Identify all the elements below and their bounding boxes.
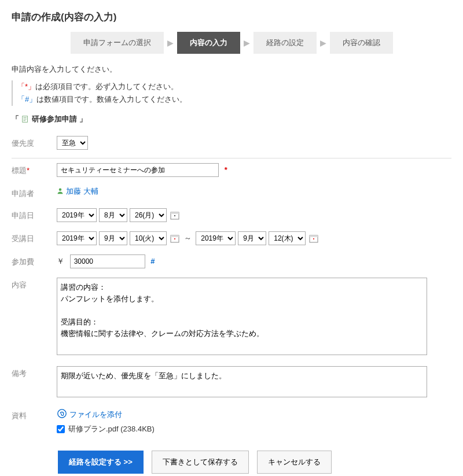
svg-point-1 bbox=[59, 188, 62, 191]
content-textarea[interactable] bbox=[57, 278, 427, 355]
calendar-icon[interactable] bbox=[309, 234, 318, 243]
label-note: 備考 bbox=[12, 366, 49, 379]
file-checkbox[interactable] bbox=[57, 425, 65, 433]
title-input[interactable] bbox=[57, 163, 219, 177]
attend-end-day-select[interactable]: 12(木) bbox=[269, 231, 306, 245]
label-content: 内容 bbox=[12, 278, 49, 290]
attend-end-month-select[interactable]: 9月 bbox=[238, 231, 266, 245]
attend-start-day-select[interactable]: 10(火) bbox=[130, 231, 167, 245]
fee-input[interactable] bbox=[70, 254, 145, 268]
label-attend-date: 受講日 bbox=[12, 231, 49, 244]
row-content: 内容 bbox=[12, 273, 451, 361]
currency-symbol: ￥ bbox=[57, 257, 64, 265]
required-mark: * bbox=[225, 165, 227, 174]
step-input: 内容の入力 bbox=[177, 32, 240, 54]
row-priority: 優先度 至急 bbox=[12, 131, 451, 154]
paperclip-icon bbox=[57, 408, 67, 420]
submit-button[interactable]: 経路を設定する >> bbox=[58, 451, 144, 474]
submit-row: 経路を設定する >> 下書きとして保存する キャンセルする bbox=[58, 451, 451, 474]
step-route: 経路の設定 bbox=[253, 32, 317, 54]
chevron-right-icon: ▶ bbox=[167, 38, 174, 47]
row-apply-date: 申請日 2019年 8月 26(月) bbox=[12, 204, 451, 227]
apply-month-select[interactable]: 8月 bbox=[99, 208, 127, 222]
row-note: 備考 bbox=[12, 361, 451, 404]
row-attend-date: 受講日 2019年 9月 10(火) ～ 2019年 9月 12(木) bbox=[12, 227, 451, 250]
row-applicant: 申請者 加藤 大輔 bbox=[12, 182, 451, 204]
label-priority: 優先度 bbox=[12, 136, 49, 149]
svg-point-8 bbox=[58, 409, 66, 418]
label-title: 標題* bbox=[12, 163, 49, 176]
page-title: 申請の作成(内容の入力) bbox=[12, 10, 451, 24]
svg-rect-7 bbox=[310, 235, 318, 237]
date-range-separator: ～ bbox=[184, 234, 192, 242]
calendar-icon[interactable] bbox=[170, 211, 179, 220]
legend: 「*」は必須項目です。必ず入力してください。 「#」は数値項目です。数値を入力し… bbox=[12, 80, 451, 106]
chevron-right-icon: ▶ bbox=[320, 38, 326, 47]
form-icon bbox=[21, 115, 30, 123]
file-name: 研修プラン.pdf (238.4KB) bbox=[68, 424, 155, 434]
person-icon bbox=[57, 187, 64, 196]
step-form-select: 申請フォームの選択 bbox=[71, 32, 164, 54]
note-textarea[interactable] bbox=[57, 366, 427, 397]
attend-start-year-select[interactable]: 2019年 bbox=[57, 231, 97, 245]
label-fee: 参加費 bbox=[12, 254, 49, 267]
step-confirm: 内容の確認 bbox=[330, 32, 393, 54]
instruction-text: 申請内容を入力してください。 bbox=[12, 64, 451, 75]
numeric-mark: # bbox=[150, 257, 155, 265]
save-draft-button[interactable]: 下書きとして保存する bbox=[152, 451, 249, 474]
attach-file-link[interactable]: ファイルを添付 bbox=[57, 408, 122, 420]
chevron-right-icon: ▶ bbox=[244, 38, 250, 47]
label-applicant: 申請者 bbox=[12, 186, 49, 199]
cancel-button[interactable]: キャンセルする bbox=[257, 451, 332, 474]
priority-select[interactable]: 至急 bbox=[57, 136, 88, 150]
row-attachment: 資料 ファイルを添付 研修プラン.pdf (238.4KB) bbox=[12, 404, 451, 439]
label-attachment: 資料 bbox=[12, 408, 49, 421]
legend-required: 「*」は必須項目です。必ず入力してください。 bbox=[17, 80, 451, 93]
form-name: 「 研修参加申請 」 bbox=[12, 114, 451, 124]
row-fee: 参加費 ￥ # bbox=[12, 250, 451, 273]
step-nav: 申請フォームの選択 ▶ 内容の入力 ▶ 経路の設定 ▶ 内容の確認 bbox=[12, 32, 451, 54]
row-title: 標題* * bbox=[12, 158, 451, 182]
attend-end-year-select[interactable]: 2019年 bbox=[196, 231, 236, 245]
svg-rect-3 bbox=[171, 212, 179, 214]
attached-file: 研修プラン.pdf (238.4KB) bbox=[57, 424, 451, 434]
calendar-icon[interactable] bbox=[170, 234, 179, 243]
label-apply-date: 申請日 bbox=[12, 208, 49, 221]
applicant-link[interactable]: 加藤 大輔 bbox=[57, 186, 98, 197]
apply-year-select[interactable]: 2019年 bbox=[57, 208, 97, 222]
legend-numeric: 「#」は数値項目です。数値を入力してください。 bbox=[17, 93, 451, 106]
attend-start-month-select[interactable]: 9月 bbox=[99, 231, 127, 245]
apply-day-select[interactable]: 26(月) bbox=[130, 208, 167, 222]
svg-rect-5 bbox=[171, 235, 179, 237]
